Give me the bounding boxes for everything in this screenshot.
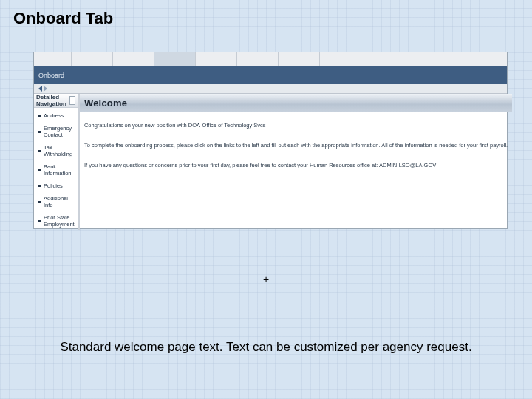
nav-item-address[interactable]: Address — [34, 109, 78, 122]
back-icon[interactable] — [38, 86, 42, 92]
bullet-icon — [38, 150, 41, 152]
nav-collapse-icon[interactable] — [69, 96, 75, 105]
history-bar — [34, 84, 507, 94]
welcome-header: Welcome — [80, 94, 512, 112]
nav-item-tax[interactable]: Tax Withholding — [34, 141, 78, 160]
nav-item-label: Bank Information — [44, 163, 75, 177]
nav-item-label: Prior State Employment — [44, 214, 75, 228]
welcome-line-2: To complete the onboarding process, plea… — [84, 141, 508, 151]
main-panel: Welcome Congratulations on your new posi… — [80, 94, 512, 230]
nav-item-label: Emergency Contact — [44, 125, 75, 138]
slide-title: Onboard Tab — [13, 9, 113, 28]
nav-header: Detailed Navigation — [34, 94, 78, 108]
nav-header-label: Detailed Navigation — [36, 94, 69, 107]
tab-onboard[interactable] — [154, 52, 196, 66]
section-bar-label: Onboard — [38, 72, 64, 79]
bullet-icon — [38, 185, 41, 187]
welcome-header-label: Welcome — [84, 98, 127, 109]
bullet-icon — [38, 115, 41, 117]
section-bar: Onboard — [34, 66, 507, 84]
top-tabs — [34, 52, 507, 66]
tab-blank-3[interactable] — [196, 52, 237, 66]
tab-blank-1[interactable] — [72, 52, 113, 66]
bullet-icon — [38, 220, 41, 222]
welcome-line-3: If you have any questions or concerns pr… — [84, 161, 508, 171]
nav-item-policies[interactable]: Policies — [34, 180, 78, 192]
welcome-body: Congratulations on your new position wit… — [80, 112, 512, 180]
tab-blank-5[interactable] — [279, 52, 320, 66]
bullet-icon — [38, 169, 41, 171]
forward-icon[interactable] — [44, 86, 47, 92]
nav-item-label: Additional Info — [44, 195, 75, 208]
tab-blank-2[interactable] — [113, 52, 154, 66]
tab-gap — [34, 52, 72, 66]
detailed-navigation: Detailed Navigation Address Emergency Co… — [34, 94, 78, 230]
nav-item-label: Tax Withholding — [44, 144, 75, 157]
welcome-line-1: Congratulations on your new position wit… — [84, 121, 508, 131]
caption: Standard welcome page text. Text can be … — [0, 340, 532, 355]
nav-item-additional[interactable]: Additional Info — [34, 192, 78, 211]
plus-mark: + — [0, 273, 532, 285]
nav-item-emergency[interactable]: Emergency Contact — [34, 122, 78, 141]
bullet-icon — [38, 201, 41, 203]
screenshot-frame: Onboard Detailed Navigation Address Emer… — [33, 52, 508, 229]
bullet-icon — [38, 131, 41, 133]
nav-item-label: Policies — [44, 183, 63, 189]
tab-blank-4[interactable] — [237, 52, 279, 66]
nav-item-bank[interactable]: Bank Information — [34, 160, 78, 180]
nav-list: Address Emergency Contact Tax Withholdin… — [34, 108, 78, 231]
nav-item-prior[interactable]: Prior State Employment — [34, 211, 78, 231]
nav-item-label: Address — [44, 112, 64, 119]
